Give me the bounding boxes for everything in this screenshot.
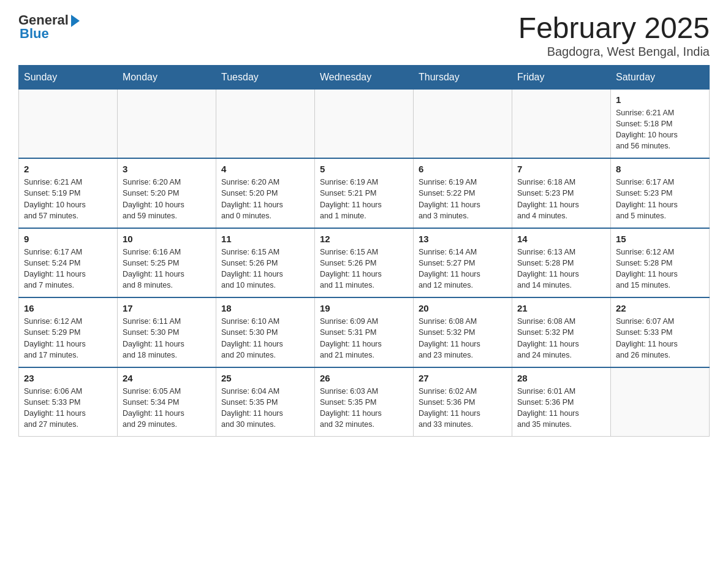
day-number: 23 <box>24 373 112 383</box>
calendar-cell: 26Sunrise: 6:03 AMSunset: 5:35 PMDayligh… <box>315 367 414 437</box>
day-number: 3 <box>123 164 211 174</box>
day-info: Sunrise: 6:10 AMSunset: 5:30 PMDaylight:… <box>221 316 309 361</box>
day-number: 15 <box>616 234 704 244</box>
day-info: Sunrise: 6:03 AMSunset: 5:35 PMDaylight:… <box>320 386 408 431</box>
calendar-cell: 17Sunrise: 6:11 AMSunset: 5:30 PMDayligh… <box>118 297 216 367</box>
day-number: 6 <box>419 164 507 174</box>
day-info: Sunrise: 6:05 AMSunset: 5:34 PMDaylight:… <box>123 386 211 431</box>
day-info: Sunrise: 6:20 AMSunset: 5:20 PMDaylight:… <box>221 177 309 221</box>
calendar-cell: 6Sunrise: 6:19 AMSunset: 5:22 PMDaylight… <box>414 158 512 228</box>
day-number: 22 <box>616 303 704 313</box>
calendar-header: SundayMondayTuesdayWednesdayThursdayFrid… <box>19 65 710 89</box>
logo-arrow-icon <box>71 15 80 27</box>
day-header-monday: Monday <box>118 65 216 89</box>
calendar-cell <box>414 89 512 158</box>
day-number: 24 <box>123 373 211 383</box>
day-header-saturday: Saturday <box>611 65 710 89</box>
calendar-cell: 24Sunrise: 6:05 AMSunset: 5:34 PMDayligh… <box>118 367 216 437</box>
day-info: Sunrise: 6:15 AMSunset: 5:26 PMDaylight:… <box>320 247 408 291</box>
day-info: Sunrise: 6:07 AMSunset: 5:33 PMDaylight:… <box>616 316 704 361</box>
day-info: Sunrise: 6:08 AMSunset: 5:32 PMDaylight:… <box>419 316 507 361</box>
calendar-week-1: 2Sunrise: 6:21 AMSunset: 5:19 PMDaylight… <box>19 158 710 228</box>
calendar-cell: 11Sunrise: 6:15 AMSunset: 5:26 PMDayligh… <box>216 228 315 298</box>
calendar-cell: 25Sunrise: 6:04 AMSunset: 5:35 PMDayligh… <box>216 367 315 437</box>
day-info: Sunrise: 6:06 AMSunset: 5:33 PMDaylight:… <box>24 386 112 431</box>
calendar-cell: 12Sunrise: 6:15 AMSunset: 5:26 PMDayligh… <box>315 228 414 298</box>
day-number: 17 <box>123 303 211 313</box>
day-number: 7 <box>517 164 605 174</box>
calendar-cell <box>315 89 414 158</box>
calendar-cell <box>216 89 315 158</box>
day-info: Sunrise: 6:21 AMSunset: 5:18 PMDaylight:… <box>616 107 704 152</box>
day-info: Sunrise: 6:11 AMSunset: 5:30 PMDaylight:… <box>123 316 211 361</box>
day-number: 21 <box>517 303 605 313</box>
calendar-cell: 7Sunrise: 6:18 AMSunset: 5:23 PMDaylight… <box>512 158 611 228</box>
calendar-cell: 21Sunrise: 6:08 AMSunset: 5:32 PMDayligh… <box>512 297 611 367</box>
calendar-cell: 1Sunrise: 6:21 AMSunset: 5:18 PMDaylight… <box>611 89 710 158</box>
calendar-week-0: 1Sunrise: 6:21 AMSunset: 5:18 PMDaylight… <box>19 89 710 158</box>
calendar-cell: 10Sunrise: 6:16 AMSunset: 5:25 PMDayligh… <box>118 228 216 298</box>
calendar-cell: 27Sunrise: 6:02 AMSunset: 5:36 PMDayligh… <box>414 367 512 437</box>
calendar-week-3: 16Sunrise: 6:12 AMSunset: 5:29 PMDayligh… <box>19 297 710 367</box>
logo: General Blue <box>18 12 80 42</box>
calendar-cell: 18Sunrise: 6:10 AMSunset: 5:30 PMDayligh… <box>216 297 315 367</box>
calendar-cell: 4Sunrise: 6:20 AMSunset: 5:20 PMDaylight… <box>216 158 315 228</box>
page-header: General Blue February 2025 Bagdogra, Wes… <box>18 12 710 59</box>
day-info: Sunrise: 6:09 AMSunset: 5:31 PMDaylight:… <box>320 316 408 361</box>
calendar-cell: 14Sunrise: 6:13 AMSunset: 5:28 PMDayligh… <box>512 228 611 298</box>
day-info: Sunrise: 6:12 AMSunset: 5:28 PMDaylight:… <box>616 247 704 291</box>
calendar-table: SundayMondayTuesdayWednesdayThursdayFrid… <box>18 65 710 437</box>
calendar-subtitle: Bagdogra, West Bengal, India <box>518 45 710 59</box>
calendar-cell: 13Sunrise: 6:14 AMSunset: 5:27 PMDayligh… <box>414 228 512 298</box>
day-info: Sunrise: 6:16 AMSunset: 5:25 PMDaylight:… <box>123 247 211 291</box>
calendar-cell: 19Sunrise: 6:09 AMSunset: 5:31 PMDayligh… <box>315 297 414 367</box>
calendar-cell: 22Sunrise: 6:07 AMSunset: 5:33 PMDayligh… <box>611 297 710 367</box>
day-number: 10 <box>123 234 211 244</box>
calendar-cell: 2Sunrise: 6:21 AMSunset: 5:19 PMDaylight… <box>19 158 118 228</box>
day-number: 4 <box>221 164 309 174</box>
calendar-week-4: 23Sunrise: 6:06 AMSunset: 5:33 PMDayligh… <box>19 367 710 437</box>
calendar-cell: 16Sunrise: 6:12 AMSunset: 5:29 PMDayligh… <box>19 297 118 367</box>
day-number: 5 <box>320 164 408 174</box>
day-info: Sunrise: 6:08 AMSunset: 5:32 PMDaylight:… <box>517 316 605 361</box>
day-number: 28 <box>517 373 605 383</box>
day-info: Sunrise: 6:01 AMSunset: 5:36 PMDaylight:… <box>517 386 605 431</box>
day-info: Sunrise: 6:17 AMSunset: 5:23 PMDaylight:… <box>616 177 704 221</box>
calendar-cell: 8Sunrise: 6:17 AMSunset: 5:23 PMDaylight… <box>611 158 710 228</box>
day-info: Sunrise: 6:17 AMSunset: 5:24 PMDaylight:… <box>24 247 112 291</box>
calendar-cell: 5Sunrise: 6:19 AMSunset: 5:21 PMDaylight… <box>315 158 414 228</box>
calendar-cell: 3Sunrise: 6:20 AMSunset: 5:20 PMDaylight… <box>118 158 216 228</box>
day-info: Sunrise: 6:19 AMSunset: 5:21 PMDaylight:… <box>320 177 408 221</box>
calendar-cell <box>512 89 611 158</box>
calendar-cell: 20Sunrise: 6:08 AMSunset: 5:32 PMDayligh… <box>414 297 512 367</box>
day-number: 25 <box>221 373 309 383</box>
day-number: 20 <box>419 303 507 313</box>
day-number: 1 <box>616 94 704 105</box>
logo-blue-text: Blue <box>20 26 49 42</box>
day-number: 13 <box>419 234 507 244</box>
day-header-thursday: Thursday <box>414 65 512 89</box>
day-number: 11 <box>221 234 309 244</box>
day-info: Sunrise: 6:21 AMSunset: 5:19 PMDaylight:… <box>24 177 112 221</box>
calendar-cell: 15Sunrise: 6:12 AMSunset: 5:28 PMDayligh… <box>611 228 710 298</box>
calendar-cell <box>19 89 118 158</box>
day-info: Sunrise: 6:04 AMSunset: 5:35 PMDaylight:… <box>221 386 309 431</box>
day-header-friday: Friday <box>512 65 611 89</box>
calendar-title: February 2025 <box>518 12 710 45</box>
calendar-body: 1Sunrise: 6:21 AMSunset: 5:18 PMDaylight… <box>19 89 710 437</box>
day-number: 12 <box>320 234 408 244</box>
day-info: Sunrise: 6:14 AMSunset: 5:27 PMDaylight:… <box>419 247 507 291</box>
title-block: February 2025 Bagdogra, West Bengal, Ind… <box>518 12 710 59</box>
day-number: 18 <box>221 303 309 313</box>
day-number: 8 <box>616 164 704 174</box>
day-header-row: SundayMondayTuesdayWednesdayThursdayFrid… <box>19 65 710 89</box>
day-info: Sunrise: 6:15 AMSunset: 5:26 PMDaylight:… <box>221 247 309 291</box>
calendar-cell <box>118 89 216 158</box>
day-number: 2 <box>24 164 112 174</box>
calendar-week-2: 9Sunrise: 6:17 AMSunset: 5:24 PMDaylight… <box>19 228 710 298</box>
day-number: 19 <box>320 303 408 313</box>
calendar-cell: 28Sunrise: 6:01 AMSunset: 5:36 PMDayligh… <box>512 367 611 437</box>
day-info: Sunrise: 6:02 AMSunset: 5:36 PMDaylight:… <box>419 386 507 431</box>
day-info: Sunrise: 6:18 AMSunset: 5:23 PMDaylight:… <box>517 177 605 221</box>
day-number: 26 <box>320 373 408 383</box>
